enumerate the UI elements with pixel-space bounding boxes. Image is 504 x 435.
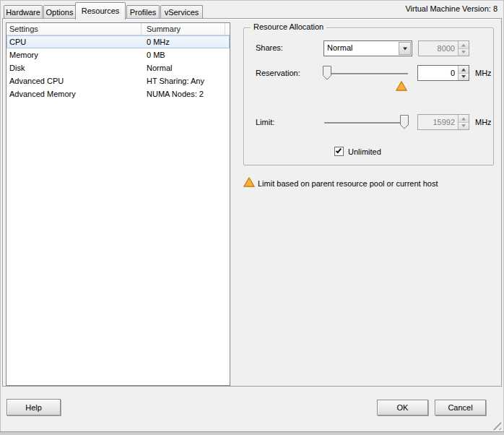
resource-allocation-group: Resource Allocation Shares: Normal 8000 … xyxy=(243,27,494,165)
vm-version-label: Virtual Machine Version: 8 xyxy=(405,4,498,13)
spinner-up-icon xyxy=(459,41,469,49)
spinner-buttons xyxy=(458,41,469,56)
checkmark-icon xyxy=(336,147,342,154)
setting-name: Advanced CPU xyxy=(6,77,142,85)
setting-summary: HT Sharing: Any xyxy=(142,77,204,85)
resize-grip[interactable] xyxy=(490,421,501,430)
dropdown-button[interactable] xyxy=(399,42,411,55)
limit-note-warning-icon xyxy=(243,177,255,189)
reservation-value[interactable]: 0 xyxy=(418,66,458,80)
ok-button[interactable]: OK xyxy=(377,400,428,415)
reservation-slider-track[interactable] xyxy=(324,73,408,74)
spinner-buttons xyxy=(458,115,469,129)
limit-slider-track[interactable] xyxy=(324,122,408,124)
unlimited-label: Unlimited xyxy=(348,147,381,157)
spinner-up-icon xyxy=(459,115,469,123)
limit-value-spinner: 15992 xyxy=(417,114,469,130)
shares-value-spinner: 8000 xyxy=(418,40,469,56)
setting-summary: 0 MB xyxy=(142,51,165,59)
spinner-down-icon[interactable] xyxy=(459,74,469,81)
tab-options[interactable]: Options xyxy=(43,5,76,19)
tab-vservices[interactable]: vServices xyxy=(160,5,203,19)
limit-note-text: Limit based on parent resource pool or c… xyxy=(258,179,438,188)
setting-name: CPU xyxy=(6,38,142,46)
reservation-unit-label: MHz xyxy=(475,69,492,78)
reservation-slider-thumb[interactable] xyxy=(323,66,331,80)
limit-slider-thumb[interactable] xyxy=(400,115,409,129)
cancel-button[interactable]: Cancel xyxy=(435,400,486,415)
reservation-warning-icon xyxy=(396,81,407,92)
spinner-down-icon xyxy=(459,49,469,56)
tab-profiles[interactable]: Profiles xyxy=(126,5,160,19)
shares-dropdown[interactable]: Normal xyxy=(323,40,412,56)
list-item-advanced-memory[interactable]: Advanced Memory NUMA Nodes: 2 xyxy=(6,87,230,100)
spinner-buttons[interactable] xyxy=(458,66,469,80)
column-header-summary[interactable]: Summary xyxy=(142,23,225,35)
spinner-down-icon xyxy=(459,123,469,130)
setting-summary: Normal xyxy=(142,64,172,72)
unlimited-checkbox[interactable] xyxy=(334,147,344,156)
shares-selected-option: Normal xyxy=(327,43,352,52)
list-item-memory[interactable]: Memory 0 MB xyxy=(6,48,230,61)
column-header-settings[interactable]: Settings xyxy=(6,23,142,35)
setting-summary: 0 MHz xyxy=(142,38,170,46)
list-item-cpu[interactable]: CPU 0 MHz xyxy=(6,35,230,48)
tab-resources[interactable]: Resources xyxy=(75,2,126,20)
list-item-advanced-cpu[interactable]: Advanced CPU HT Sharing: Any xyxy=(6,74,230,87)
vm-properties-dialog: { "window": { "version": "Virtual Machin… xyxy=(0,0,504,435)
window-bottom-edge xyxy=(0,431,504,435)
spinner-up-icon[interactable] xyxy=(459,66,469,74)
setting-summary: NUMA Nodes: 2 xyxy=(142,90,204,98)
setting-name: Disk xyxy=(6,64,142,72)
group-title: Resource Allocation xyxy=(251,22,326,31)
reservation-value-spinner[interactable]: 0 xyxy=(417,65,469,81)
limit-value: 15992 xyxy=(418,115,458,129)
chevron-down-icon xyxy=(403,48,407,51)
settings-list-header: Settings Summary xyxy=(6,23,230,35)
shares-value: 8000 xyxy=(419,41,458,56)
column-header-filler xyxy=(225,23,230,35)
list-item-disk[interactable]: Disk Normal xyxy=(6,61,230,74)
tab-hardware[interactable]: Hardware xyxy=(4,5,43,19)
resources-tab-page: Settings Summary CPU 0 MHz Memory 0 MB D… xyxy=(2,18,502,387)
help-button[interactable]: Help xyxy=(6,399,61,415)
reservation-label: Reservation: xyxy=(256,69,300,78)
setting-name: Memory xyxy=(6,51,142,59)
settings-list[interactable]: Settings Summary CPU 0 MHz Memory 0 MB D… xyxy=(6,22,230,386)
setting-name: Advanced Memory xyxy=(6,90,142,98)
limit-unit-label: MHz xyxy=(475,118,492,127)
limit-label: Limit: xyxy=(256,118,274,127)
shares-label: Shares: xyxy=(256,43,283,53)
